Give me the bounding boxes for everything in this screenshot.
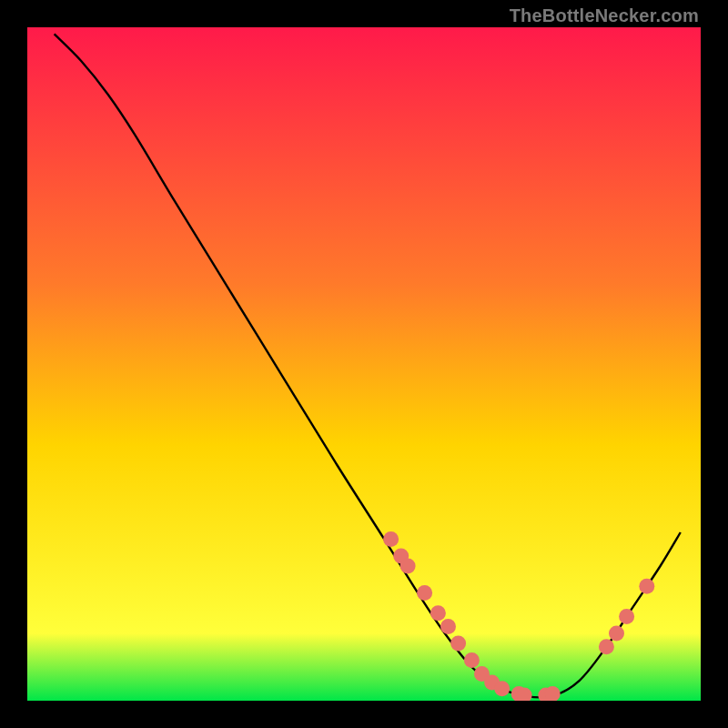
- data-dot: [440, 619, 456, 634]
- data-dot: [450, 636, 466, 652]
- plot-area: [27, 27, 701, 701]
- data-dot: [430, 605, 446, 621]
- data-dot: [619, 609, 634, 624]
- data-dot: [464, 652, 480, 668]
- chart-svg: [27, 27, 701, 701]
- gradient-background: [27, 27, 701, 701]
- data-dot: [599, 639, 614, 654]
- data-dot: [417, 585, 432, 601]
- data-dot: [609, 626, 624, 642]
- data-dot: [383, 531, 399, 547]
- data-dot: [400, 559, 416, 574]
- chart-frame: TheBottleNecker.com: [0, 0, 728, 728]
- data-dot: [639, 579, 654, 594]
- attribution-text: TheBottleNecker.com: [510, 5, 699, 26]
- data-dot: [494, 681, 510, 696]
